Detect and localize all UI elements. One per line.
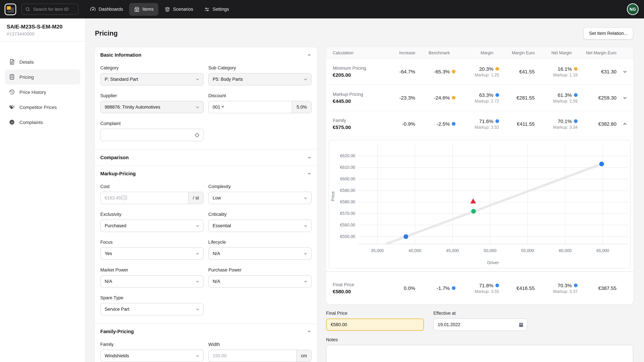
sidebar-item-complaints[interactable]: Complaints [5,115,80,130]
family-select[interactable]: Windshields [100,350,204,362]
margin-markup: Markup: 1.25 [474,72,499,77]
nav-item-label: Dashboards [98,7,123,12]
purchase-power-label: Purchase Power [208,268,312,273]
collapse-row-chevron-icon[interactable] [616,111,633,137]
chevron-down-icon [303,279,308,284]
row-name: Family [333,118,386,123]
nav-item-label: Scenarios [173,7,193,12]
collapse-chevron-icon[interactable] [307,329,312,334]
crosshair-icon[interactable] [194,132,200,138]
increase-value: 0.0% [404,285,415,291]
discount-select[interactable]: 001 [209,101,292,113]
layers-icon [164,6,170,12]
app-logo [4,3,17,15]
spare-type-select[interactable]: Service Part [100,303,204,316]
benchmark-status-dot [452,122,456,126]
effective-at-input[interactable]: 19.01.2022 [433,319,527,331]
chevron-down-icon [195,279,200,284]
margin-markup: Markup: 3.52 [474,125,499,130]
increase-value: -64.7% [399,69,415,74]
svg-text:60,000: 60,000 [559,248,572,253]
width-input[interactable]: 150.00 [209,350,296,362]
final-price-input[interactable]: €580.00 [326,319,424,331]
expand-row-chevron-icon[interactable] [616,85,633,111]
lifecycle-select[interactable]: N/A [208,247,312,260]
row-name: Markup-Pricing [333,92,386,97]
market-power-value: N/A [105,279,112,284]
complexity-select[interactable]: Low [208,192,312,204]
expand-row-chevron-icon[interactable] [616,59,633,84]
svg-text:€580.00: €580.00 [340,199,355,204]
spare-type-label: Spare Type [100,295,204,300]
svg-text:€590.00: €590.00 [340,188,355,193]
category-select[interactable]: P: Standard Part [100,73,204,85]
margin-value: 20.3% [479,66,494,71]
net-margin-euro-value: €31.30 [601,69,616,74]
svg-text:65,000: 65,000 [596,248,609,253]
nav-item-scenarios[interactable]: Scenarios [160,3,198,15]
svg-text:€610.00: €610.00 [340,165,355,170]
criticality-select[interactable]: Essential [208,220,312,232]
item-search[interactable] [22,4,78,15]
section-markup-pricing: Markup-Pricing Cost €163.45 [95,166,317,324]
sliders-icon [204,6,210,12]
sidebar-item-price-history[interactable]: Price History [5,84,80,99]
svg-text:55,000: 55,000 [521,248,534,253]
complaint-label: Complaint [100,121,204,126]
increase-value: -23.3% [399,95,415,100]
nav-item-settings[interactable]: Settings [199,3,234,15]
collapse-chevron-icon[interactable] [307,171,312,176]
margin-status-dot [496,283,499,287]
sidebar-item-details[interactable]: Details [5,54,80,69]
logo-yellow-shape [7,6,11,9]
cost-unit-suffix: / st [188,192,203,204]
complaint-input[interactable] [100,129,204,141]
nav-item-dashboards[interactable]: Dashboards [85,3,128,15]
set-item-relation-button[interactable]: Set Item Relation... [583,27,633,39]
family-value: Windshields [105,353,129,358]
net-margin-euro-value: €382.80 [598,121,616,127]
benchmark-status-dot [452,96,456,99]
discount-value: 001 [213,105,220,110]
cost-input[interactable]: €163.45 [100,192,188,204]
main-nav: Dashboards Items Scenarios [85,3,234,15]
chevron-down-icon [195,105,200,109]
margin-euro-value: €281.55 [516,95,535,100]
notes-textarea[interactable] [326,345,633,362]
margin-markup: Markup: 2.72 [474,99,499,103]
svg-text:Driver: Driver [487,260,499,265]
purchase-power-select[interactable]: N/A [208,275,312,288]
section-title: Family-Pricing [100,329,134,334]
supplier-select[interactable]: 988876: Trinity Automotives [100,101,204,113]
collapse-chevron-icon[interactable] [307,53,312,57]
svg-text:35,000: 35,000 [371,248,384,253]
complexity-value: Low [213,195,221,200]
sidebar-item-pricing[interactable]: Pricing [5,69,80,84]
net-margin-markup: Markup: 3.37 [553,289,578,294]
svg-text:€620.00: €620.00 [340,153,355,158]
app-window: Dashboards Items Scenarios [0,0,644,362]
row-price: €580.00 [333,289,386,294]
net-margin-status-dot [574,93,578,97]
user-avatar[interactable]: NG [627,3,639,15]
expand-chevron-icon[interactable] [307,155,312,160]
table-row-family: Family €575.00 -0.9% -2.5% 71.6% [326,111,633,137]
item-header: SAIE-M23S-S-EM-M20 #1373440000 [0,18,85,41]
item-number: #1373440000 [7,31,78,36]
exclusivity-select[interactable]: Purchased [100,220,204,232]
id-card-icon[interactable] [121,195,127,201]
calendar-icon[interactable] [518,322,524,327]
sub-category-select[interactable]: P5: Body Parts [208,73,312,85]
margin-status-dot [496,119,499,123]
net-margin-markup: Markup: 2.59 [553,99,578,103]
gauge-icon [90,6,96,12]
lifecycle-value: N/A [213,251,220,256]
sub-category-value: P5: Body Parts [213,77,243,82]
sidebar-item-competitor-prices[interactable]: Competitor Prices [5,99,80,115]
category-label: Category [100,65,204,70]
net-margin-value: 70.1% [558,118,572,124]
market-power-select[interactable]: N/A [100,275,204,288]
search-input[interactable] [32,6,75,12]
focus-select[interactable]: Yes [100,247,204,260]
nav-item-items[interactable]: Items [129,3,158,15]
